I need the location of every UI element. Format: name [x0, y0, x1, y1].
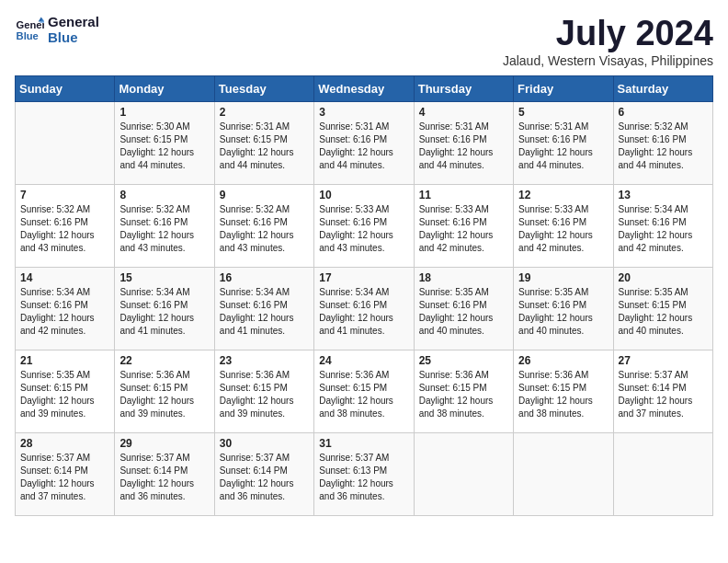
day-number: 22	[119, 354, 209, 367]
page-header: General Blue General Blue July 2024 Jala…	[15, 15, 713, 68]
logo-blue: Blue	[48, 30, 99, 46]
day-number: 30	[220, 437, 309, 450]
calendar-cell: 27Sunrise: 5:37 AMSunset: 6:14 PMDayligh…	[613, 350, 712, 432]
day-info: Sunrise: 5:32 AMSunset: 6:16 PMDaylight:…	[619, 121, 708, 172]
weekday-header-saturday: Saturday	[613, 75, 712, 101]
day-info: Sunrise: 5:36 AMSunset: 6:15 PMDaylight:…	[319, 369, 408, 420]
calendar-cell: 16Sunrise: 5:34 AMSunset: 6:16 PMDayligh…	[214, 267, 313, 350]
calendar-cell	[613, 432, 712, 515]
calendar-cell: 22Sunrise: 5:36 AMSunset: 6:15 PMDayligh…	[115, 350, 214, 432]
calendar-cell: 31Sunrise: 5:37 AMSunset: 6:13 PMDayligh…	[314, 432, 414, 515]
day-number: 26	[518, 354, 608, 367]
day-info: Sunrise: 5:37 AMSunset: 6:14 PMDaylight:…	[119, 452, 209, 503]
day-info: Sunrise: 5:35 AMSunset: 6:16 PMDaylight:…	[419, 286, 508, 338]
calendar-cell	[514, 432, 613, 515]
calendar-cell: 24Sunrise: 5:36 AMSunset: 6:15 PMDayligh…	[314, 350, 414, 432]
svg-text:Blue: Blue	[17, 29, 39, 40]
calendar-table: SundayMondayTuesdayWednesdayThursdayFrid…	[15, 75, 713, 516]
day-info: Sunrise: 5:34 AMSunset: 6:16 PMDaylight:…	[20, 286, 109, 338]
weekday-header-tuesday: Tuesday	[214, 75, 313, 101]
day-number: 21	[20, 354, 109, 367]
weekday-header-wednesday: Wednesday	[314, 75, 414, 101]
day-number: 10	[319, 189, 408, 201]
day-number: 13	[619, 189, 708, 201]
day-number: 3	[319, 106, 408, 119]
calendar-cell: 25Sunrise: 5:36 AMSunset: 6:15 PMDayligh…	[414, 350, 513, 432]
calendar-cell: 12Sunrise: 5:33 AMSunset: 6:16 PMDayligh…	[514, 184, 613, 267]
day-number: 14	[20, 271, 109, 284]
calendar-cell	[16, 101, 115, 184]
calendar-cell: 15Sunrise: 5:34 AMSunset: 6:16 PMDayligh…	[115, 267, 214, 350]
calendar-cell: 28Sunrise: 5:37 AMSunset: 6:14 PMDayligh…	[16, 432, 115, 515]
calendar-cell: 19Sunrise: 5:35 AMSunset: 6:16 PMDayligh…	[514, 267, 613, 350]
title-block: July 2024 Jalaud, Western Visayas, Phili…	[503, 15, 713, 68]
day-info: Sunrise: 5:34 AMSunset: 6:16 PMDaylight:…	[119, 286, 209, 338]
day-info: Sunrise: 5:34 AMSunset: 6:16 PMDaylight:…	[319, 286, 408, 338]
day-number: 27	[619, 354, 708, 367]
weekday-header-row: SundayMondayTuesdayWednesdayThursdayFrid…	[16, 75, 713, 101]
calendar-cell: 17Sunrise: 5:34 AMSunset: 6:16 PMDayligh…	[314, 267, 414, 350]
calendar-cell: 18Sunrise: 5:35 AMSunset: 6:16 PMDayligh…	[414, 267, 513, 350]
calendar-cell: 9Sunrise: 5:32 AMSunset: 6:16 PMDaylight…	[214, 184, 313, 267]
day-number: 5	[518, 106, 608, 119]
calendar-week-row: 28Sunrise: 5:37 AMSunset: 6:14 PMDayligh…	[16, 432, 713, 515]
day-number: 9	[220, 189, 309, 201]
day-number: 17	[319, 271, 408, 284]
day-info: Sunrise: 5:32 AMSunset: 6:16 PMDaylight:…	[119, 203, 209, 255]
day-number: 6	[619, 106, 708, 119]
day-info: Sunrise: 5:37 AMSunset: 6:13 PMDaylight:…	[319, 452, 408, 503]
day-info: Sunrise: 5:36 AMSunset: 6:15 PMDaylight:…	[419, 369, 508, 420]
day-info: Sunrise: 5:31 AMSunset: 6:16 PMDaylight:…	[419, 121, 508, 172]
calendar-cell: 23Sunrise: 5:36 AMSunset: 6:15 PMDayligh…	[214, 350, 313, 432]
calendar-cell: 11Sunrise: 5:33 AMSunset: 6:16 PMDayligh…	[414, 184, 513, 267]
calendar-week-row: 1Sunrise: 5:30 AMSunset: 6:15 PMDaylight…	[16, 101, 713, 184]
day-info: Sunrise: 5:33 AMSunset: 6:16 PMDaylight:…	[419, 203, 508, 255]
calendar-cell: 29Sunrise: 5:37 AMSunset: 6:14 PMDayligh…	[115, 432, 214, 515]
calendar-cell: 13Sunrise: 5:34 AMSunset: 6:16 PMDayligh…	[613, 184, 712, 267]
day-number: 24	[319, 354, 408, 367]
day-number: 25	[419, 354, 508, 367]
calendar-cell: 10Sunrise: 5:33 AMSunset: 6:16 PMDayligh…	[314, 184, 414, 267]
day-number: 23	[220, 354, 309, 367]
day-number: 16	[220, 271, 309, 284]
day-number: 4	[419, 106, 508, 119]
calendar-cell: 21Sunrise: 5:35 AMSunset: 6:15 PMDayligh…	[16, 350, 115, 432]
day-number: 29	[119, 437, 209, 450]
day-number: 31	[319, 437, 408, 450]
weekday-header-sunday: Sunday	[16, 75, 115, 101]
day-number: 20	[619, 271, 708, 284]
day-number: 12	[518, 189, 608, 201]
logo: General Blue General Blue	[15, 15, 99, 45]
calendar-cell: 6Sunrise: 5:32 AMSunset: 6:16 PMDaylight…	[613, 101, 712, 184]
calendar-cell: 30Sunrise: 5:37 AMSunset: 6:14 PMDayligh…	[214, 432, 313, 515]
month-year-title: July 2024	[503, 15, 713, 53]
weekday-header-friday: Friday	[514, 75, 613, 101]
calendar-cell: 1Sunrise: 5:30 AMSunset: 6:15 PMDaylight…	[115, 101, 214, 184]
calendar-cell: 3Sunrise: 5:31 AMSunset: 6:16 PMDaylight…	[314, 101, 414, 184]
day-number: 8	[119, 189, 209, 201]
day-info: Sunrise: 5:31 AMSunset: 6:15 PMDaylight:…	[220, 121, 309, 172]
day-number: 19	[518, 271, 608, 284]
logo-general: General	[48, 15, 99, 30]
calendar-cell: 20Sunrise: 5:35 AMSunset: 6:15 PMDayligh…	[613, 267, 712, 350]
calendar-week-row: 14Sunrise: 5:34 AMSunset: 6:16 PMDayligh…	[16, 267, 713, 350]
day-info: Sunrise: 5:33 AMSunset: 6:16 PMDaylight:…	[518, 203, 608, 255]
day-number: 11	[419, 189, 508, 201]
day-info: Sunrise: 5:30 AMSunset: 6:15 PMDaylight:…	[119, 121, 209, 172]
day-number: 28	[20, 437, 109, 450]
calendar-cell: 26Sunrise: 5:36 AMSunset: 6:15 PMDayligh…	[514, 350, 613, 432]
calendar-cell	[414, 432, 513, 515]
day-info: Sunrise: 5:31 AMSunset: 6:16 PMDaylight:…	[319, 121, 408, 172]
day-info: Sunrise: 5:33 AMSunset: 6:16 PMDaylight:…	[319, 203, 408, 255]
day-info: Sunrise: 5:37 AMSunset: 6:14 PMDaylight:…	[619, 369, 708, 420]
calendar-cell: 8Sunrise: 5:32 AMSunset: 6:16 PMDaylight…	[115, 184, 214, 267]
calendar-cell: 4Sunrise: 5:31 AMSunset: 6:16 PMDaylight…	[414, 101, 513, 184]
calendar-cell: 2Sunrise: 5:31 AMSunset: 6:15 PMDaylight…	[214, 101, 313, 184]
day-info: Sunrise: 5:35 AMSunset: 6:15 PMDaylight:…	[619, 286, 708, 338]
day-info: Sunrise: 5:32 AMSunset: 6:16 PMDaylight:…	[220, 203, 309, 255]
day-info: Sunrise: 5:32 AMSunset: 6:16 PMDaylight:…	[20, 203, 109, 255]
logo-icon: General Blue	[15, 16, 44, 45]
day-info: Sunrise: 5:35 AMSunset: 6:16 PMDaylight:…	[518, 286, 608, 338]
calendar-cell: 14Sunrise: 5:34 AMSunset: 6:16 PMDayligh…	[16, 267, 115, 350]
calendar-week-row: 7Sunrise: 5:32 AMSunset: 6:16 PMDaylight…	[16, 184, 713, 267]
